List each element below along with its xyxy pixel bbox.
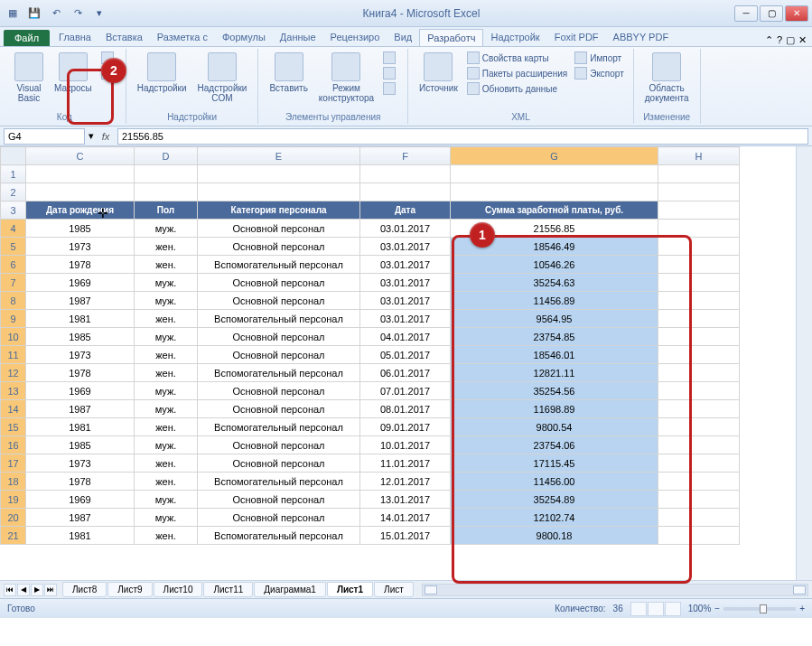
cell[interactable]: 11698.89 bbox=[451, 400, 658, 418]
expand-button[interactable]: Пакеты расширения bbox=[465, 66, 569, 80]
cell[interactable]: Основной персонал bbox=[198, 509, 360, 527]
props-button[interactable] bbox=[381, 51, 400, 65]
cell[interactable]: 35254.89 bbox=[451, 491, 658, 509]
row-header-14[interactable]: 14 bbox=[1, 400, 26, 418]
cell[interactable]: Вспомогательный персонал bbox=[198, 310, 360, 328]
cell[interactable]: жен. bbox=[135, 473, 198, 491]
cell[interactable]: 06.01.2017 bbox=[360, 364, 451, 382]
cell[interactable]: 17115.45 bbox=[451, 454, 658, 473]
worksheet[interactable]: CDEFGH123Дата рожденияПолКатегория персо… bbox=[0, 146, 796, 580]
code-button[interactable] bbox=[381, 66, 400, 80]
cell[interactable]: муж. bbox=[135, 400, 198, 418]
cell[interactable] bbox=[658, 400, 740, 418]
cell[interactable] bbox=[658, 183, 740, 201]
cell[interactable] bbox=[658, 364, 740, 382]
vertical-scrollbar[interactable] bbox=[796, 146, 812, 580]
cell[interactable]: 9800.54 bbox=[451, 418, 658, 436]
sheet-nav-last[interactable]: ⏭ bbox=[44, 584, 57, 596]
file-tab[interactable]: Файл bbox=[4, 30, 50, 46]
window-restore-icon[interactable]: ▢ bbox=[786, 34, 795, 46]
redo-icon[interactable]: ↷ bbox=[69, 5, 87, 23]
zoom-out[interactable]: − bbox=[714, 604, 720, 613]
ribbon-tab-5[interactable]: Рецензиро bbox=[323, 29, 387, 46]
cell[interactable]: 1981 bbox=[26, 527, 135, 545]
cell[interactable]: 03.01.2017 bbox=[360, 274, 451, 292]
cell[interactable] bbox=[135, 183, 198, 201]
cell[interactable]: 9564.95 bbox=[451, 310, 658, 328]
cell[interactable]: жен. bbox=[135, 238, 198, 256]
sheet-nav-next[interactable]: ▶ bbox=[31, 584, 43, 596]
col-header-C[interactable]: C bbox=[26, 147, 135, 165]
cell[interactable]: 14.01.2017 bbox=[360, 509, 451, 527]
cell[interactable]: 12.01.2017 bbox=[360, 473, 451, 491]
sheet-nav-prev[interactable]: ◀ bbox=[17, 584, 30, 596]
view-pagebreak[interactable] bbox=[665, 602, 681, 616]
sheet-tab-Лист8[interactable]: Лист8 bbox=[62, 582, 107, 597]
h-scroll-right[interactable] bbox=[793, 585, 806, 595]
ribbon-tab-2[interactable]: Разметка с bbox=[150, 29, 215, 46]
cell[interactable]: муж. bbox=[135, 328, 198, 346]
cell[interactable] bbox=[360, 165, 451, 183]
cell[interactable] bbox=[658, 274, 740, 292]
view-normal[interactable] bbox=[630, 602, 647, 616]
cell[interactable]: Основной персонал bbox=[198, 454, 360, 473]
cell[interactable]: 1987 bbox=[26, 400, 135, 418]
cell[interactable]: Основной персонал bbox=[198, 382, 360, 400]
sheet-tab-Лист10[interactable]: Лист10 bbox=[154, 582, 203, 597]
table-header-cell[interactable]: Дата bbox=[360, 201, 451, 220]
qat-dropdown-icon[interactable]: ▾ bbox=[90, 5, 108, 23]
help-icon[interactable]: ? bbox=[777, 34, 782, 46]
cell[interactable]: 35254.56 bbox=[451, 382, 658, 400]
cell[interactable] bbox=[26, 165, 135, 183]
row-header-17[interactable]: 17 bbox=[1, 454, 26, 473]
cell[interactable]: муж. bbox=[135, 436, 198, 454]
cell[interactable]: муж. bbox=[135, 220, 198, 238]
vb-button[interactable]: VisualBasic bbox=[11, 51, 47, 105]
ribbon-tab-0[interactable]: Главна bbox=[51, 29, 98, 46]
cell[interactable]: муж. bbox=[135, 292, 198, 310]
cell[interactable] bbox=[658, 292, 740, 310]
col-header-D[interactable]: D bbox=[135, 147, 198, 165]
cell[interactable]: Основной персонал bbox=[198, 400, 360, 418]
cell[interactable]: 03.01.2017 bbox=[360, 310, 451, 328]
row-header-19[interactable]: 19 bbox=[1, 491, 26, 509]
row-header-2[interactable]: 2 bbox=[1, 183, 26, 201]
addins-button[interactable]: Надстройки bbox=[134, 51, 191, 95]
row-header-7[interactable]: 7 bbox=[1, 274, 26, 292]
cell[interactable]: 1969 bbox=[26, 382, 135, 400]
dialog-button[interactable] bbox=[381, 81, 400, 96]
cell[interactable] bbox=[451, 183, 658, 201]
h-scroll-left[interactable] bbox=[425, 585, 437, 595]
cell[interactable]: 1985 bbox=[26, 436, 135, 454]
cell[interactable]: 05.01.2017 bbox=[360, 346, 451, 364]
cell[interactable]: муж. bbox=[135, 491, 198, 509]
col-header-H[interactable]: H bbox=[658, 147, 740, 165]
ribbon-tab-6[interactable]: Вид bbox=[387, 29, 419, 46]
cell[interactable]: 9800.18 bbox=[451, 527, 658, 545]
cell[interactable]: 35254.63 bbox=[451, 274, 658, 292]
cell[interactable] bbox=[658, 382, 740, 400]
table-header-cell[interactable]: Дата рождения bbox=[26, 201, 135, 220]
com-button[interactable]: НадстройкиCOM bbox=[194, 51, 251, 105]
cell[interactable] bbox=[658, 346, 740, 364]
cell[interactable]: 03.01.2017 bbox=[360, 292, 451, 310]
row-header-12[interactable]: 12 bbox=[1, 364, 26, 382]
col-header-F[interactable]: F bbox=[360, 147, 451, 165]
cell[interactable]: муж. bbox=[135, 509, 198, 527]
cell[interactable]: 1978 bbox=[26, 364, 135, 382]
design-button[interactable]: Режимконструктора bbox=[315, 51, 378, 105]
cell[interactable]: 12821.11 bbox=[451, 364, 658, 382]
row-header-18[interactable]: 18 bbox=[1, 473, 26, 491]
cell[interactable]: 03.01.2017 bbox=[360, 256, 451, 274]
sheet-tab-Диаграмма1[interactable]: Диаграмма1 bbox=[254, 582, 326, 597]
sheet-tab-Лист9[interactable]: Лист9 bbox=[107, 582, 152, 597]
cell[interactable] bbox=[198, 183, 360, 201]
cell[interactable]: 1969 bbox=[26, 274, 135, 292]
cell[interactable]: Вспомогательный персонал bbox=[198, 256, 360, 274]
cell[interactable]: Вспомогательный персонал bbox=[198, 418, 360, 436]
sheet-tab-Лист1[interactable]: Лист1 bbox=[327, 582, 373, 597]
horizontal-scrollbar[interactable] bbox=[422, 584, 808, 596]
row-header-20[interactable]: 20 bbox=[1, 509, 26, 527]
cell[interactable]: 1973 bbox=[26, 346, 135, 364]
table-header-cell[interactable]: Сумма заработной платы, руб. bbox=[451, 201, 658, 220]
